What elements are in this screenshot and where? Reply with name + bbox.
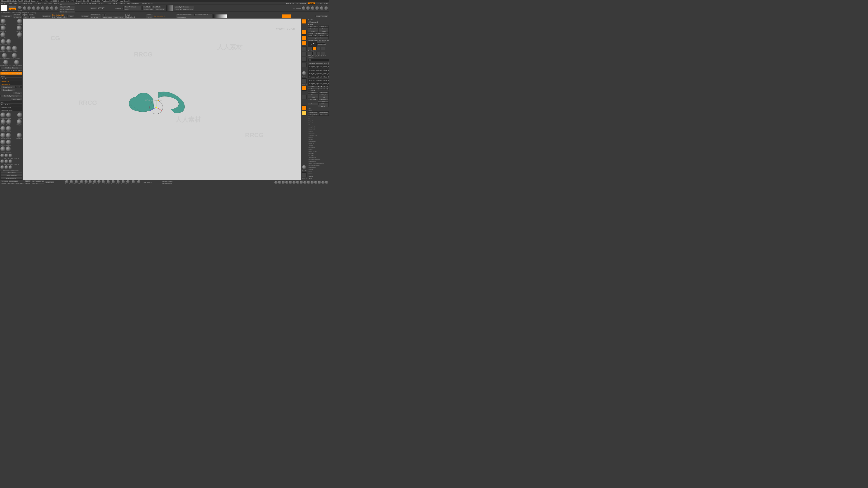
- brush-slicecur[interactable]: [6, 112, 11, 118]
- geo-section-19[interactable]: Vector Displacement Map: [308, 163, 329, 164]
- rp-paste[interactable]: Paste: [318, 28, 329, 30]
- geo-section-12[interactable]: Contact: [308, 149, 329, 150]
- blurmask-btn[interactable]: BlurMask: [143, 6, 151, 8]
- bb-brush-r8[interactable]: [300, 181, 303, 184]
- bb-showpt[interactable]: ShowPt: [25, 183, 31, 185]
- geo-section-21[interactable]: Unified Skin: [308, 167, 329, 168]
- preprocess-btn[interactable]: Pre-process Current: [176, 13, 194, 16]
- dock-icon-8[interactable]: [302, 95, 307, 99]
- geo-section-13[interactable]: Morph Target: [308, 151, 329, 152]
- import-btn[interactable]: Import: [22, 13, 28, 16]
- brush-curvetri-pen[interactable]: [12, 53, 17, 58]
- rp-copy[interactable]: Copy: [308, 96, 318, 98]
- brush-screw3[interactable]: [4, 165, 8, 169]
- menu-light[interactable]: Light: [49, 2, 52, 4]
- rp-mergedown2[interactable]: MergeDown: [308, 111, 318, 113]
- thick-slider[interactable]: Thick 0.02: [98, 6, 105, 8]
- subtool-2[interactable]: Merged_uploads_files_305956: [308, 65, 329, 68]
- bb-damstd[interactable]: Dam_S J Dam_SL: [32, 180, 44, 182]
- color-swatch[interactable]: [1, 5, 7, 11]
- bb-brush-flash2[interactable]: [137, 180, 141, 183]
- rp-goz[interactable]: GoZ: [308, 35, 313, 37]
- brush-trimlas[interactable]: [6, 133, 11, 138]
- eye-icon[interactable]: [309, 59, 311, 61]
- brush-displace[interactable]: [1, 19, 6, 24]
- subtool-6[interactable]: Merged_uploads_files_305956: [308, 78, 329, 82]
- gizmo-icon-5[interactable]: ⬡: [153, 99, 155, 101]
- bb-brush-r9[interactable]: [303, 181, 307, 184]
- brush-icon-8[interactable]: [50, 6, 54, 10]
- mask-gradient[interactable]: [166, 5, 173, 11]
- rp-delete[interactable]: Delete: [308, 103, 318, 105]
- fixmesh-btn[interactable]: Fix Mesh: [90, 16, 101, 18]
- showhide-btn[interactable]: Show/HideAll: [59, 6, 75, 8]
- makepoly-btn[interactable]: Make PolyMesh3D: [59, 8, 75, 10]
- rp-lightbox[interactable]: Lightbox>Tools: [308, 37, 329, 39]
- rp-edit[interactable]: ✕ Edit: [308, 19, 329, 21]
- rp-r[interactable]: R: [326, 35, 329, 37]
- groupsloops-btn[interactable]: GroupsLoops: [0, 89, 15, 91]
- saveas-btn[interactable]: Save As: [13, 13, 21, 16]
- dock-icon-5[interactable]: [302, 52, 307, 56]
- geo-section-4[interactable]: FiberMesh: [308, 132, 329, 134]
- ssmt-slider[interactable]: S Smt 5: [98, 8, 105, 9]
- bb-brush-standard[interactable]: [132, 180, 135, 183]
- res-label[interactable]: Resolution 128: [52, 14, 66, 16]
- dock-icon-4[interactable]: [302, 41, 307, 45]
- divide-btn[interactable]: Divide: [13, 92, 22, 94]
- gizmo-icon-4[interactable]: ◈: [151, 99, 153, 101]
- rp-export[interactable]: Export: [318, 30, 329, 32]
- menu-menus[interactable]: Menus: [308, 2, 315, 4]
- bb-drawsize[interactable]: Draw Size 5: [142, 182, 151, 184]
- brush-bolt1[interactable]: [0, 154, 4, 157]
- polishcrisp-slider[interactable]: Polish Crisp Edges: [0, 109, 22, 111]
- bb-brush-r13[interactable]: [318, 181, 321, 184]
- menu-macro[interactable]: Macro: [54, 2, 59, 4]
- brush-slicecirc[interactable]: [6, 119, 11, 124]
- rp-nav-1[interactable]: ⬖: [317, 88, 320, 90]
- gizmo-center[interactable]: [156, 107, 157, 108]
- dock-rtrack[interactable]: [302, 78, 307, 83]
- bb-brush-r4[interactable]: [285, 181, 288, 184]
- rp-project[interactable]: Project: [308, 120, 329, 122]
- rp-down-icon[interactable]: ▼: [320, 86, 323, 88]
- mirror2-btn[interactable]: Mirror: [123, 8, 142, 10]
- right-brush-2[interactable]: [306, 6, 310, 10]
- menu-stencil[interactable]: Stencil: [106, 2, 111, 4]
- rp-weld[interactable]: Weld: [319, 113, 324, 116]
- gizmo-icon-8[interactable]: —: [160, 99, 162, 101]
- menu-preferences[interactable]: Preferences: [88, 2, 97, 4]
- bb-brush-trimdy[interactable]: [117, 180, 120, 183]
- rp-nav-4[interactable]: ⬗: [326, 88, 329, 90]
- rp-loadtool[interactable]: Load Tool: [308, 26, 318, 28]
- bb-brush-r7[interactable]: [296, 181, 299, 184]
- bb-brush-r6[interactable]: [292, 181, 296, 184]
- geo-section-24[interactable]: Export: [308, 173, 329, 175]
- rp-extract[interactable]: Extract: [308, 122, 329, 124]
- rp-down2-icon[interactable]: ⤓: [326, 86, 329, 88]
- menu-color[interactable]: Color: [13, 2, 17, 4]
- orange-bar[interactable]: [282, 14, 291, 18]
- brush-bolte2[interactable]: [8, 160, 12, 163]
- geo-section-18[interactable]: Normal Map: [308, 161, 329, 162]
- dock-icon-10[interactable]: [302, 111, 307, 116]
- polishfeat-slider[interactable]: Polish By Features: [0, 104, 22, 106]
- dock-icon-3[interactable]: [302, 35, 307, 40]
- rp-tool-thumb-main[interactable]: [308, 41, 317, 46]
- groupmasked-btn[interactable]: Group Masked: [0, 174, 22, 177]
- brush-icon-6[interactable]: [41, 6, 45, 10]
- rp-tool-thumb-6[interactable]: [317, 47, 321, 50]
- rp-clone[interactable]: Clone: [308, 32, 314, 34]
- polish-btn[interactable]: Polish: [67, 15, 74, 17]
- menu-brush[interactable]: Brush: [7, 2, 11, 4]
- menu-render[interactable]: Render: [98, 2, 104, 4]
- rp-all[interactable]: All: [313, 35, 317, 37]
- bb-brush-r5[interactable]: [289, 181, 292, 184]
- brush-bolt2[interactable]: [0, 160, 4, 163]
- dock-brushpr[interactable]: [302, 165, 306, 169]
- brush-icon-2[interactable]: [23, 6, 27, 10]
- brush-smooth2[interactable]: [6, 147, 11, 151]
- rp-tool-thumb-10[interactable]: [317, 52, 321, 55]
- invertvis-btn[interactable]: Invert Vis: [59, 11, 75, 13]
- bb-brush-flash1[interactable]: [107, 180, 110, 183]
